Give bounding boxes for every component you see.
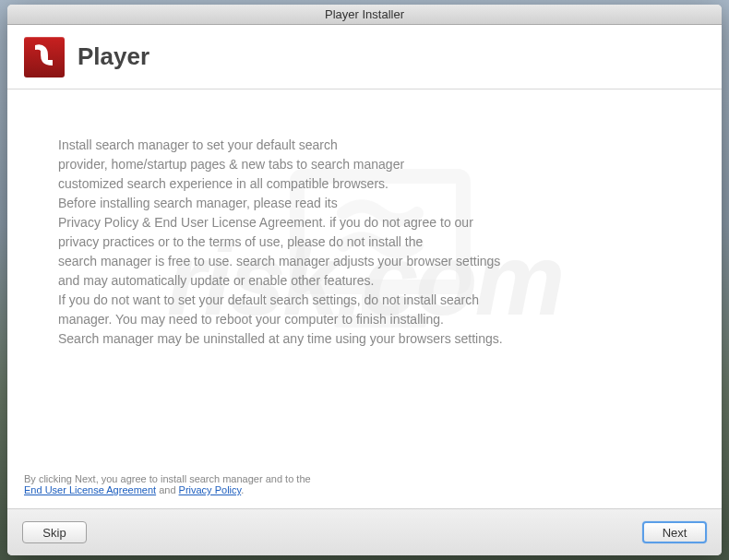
header-title: Player	[78, 42, 149, 71]
content-area: risk.com Install search manager to set y…	[7, 89, 722, 468]
body-line: Search manager may be uninstalled at any…	[58, 329, 671, 349]
eula-link[interactable]: End User License Agreement	[24, 484, 156, 495]
footer-suffix: .	[241, 484, 244, 495]
body-line: provider, home/startup pages & new tabs …	[58, 155, 671, 174]
privacy-policy-link[interactable]: Privacy Policy	[179, 484, 242, 495]
titlebar: Player Installer	[7, 5, 722, 25]
body-line: manager. You may need to reboot your com…	[58, 310, 671, 329]
body-line: If you do not want to set your default s…	[58, 291, 671, 310]
body-line: privacy practices or to the terms of use…	[58, 232, 671, 252]
body-line: Privacy Policy & End User License Agreem…	[58, 213, 671, 232]
footer-prefix: By clicking Next, you agree to install s…	[24, 473, 311, 484]
body-line: customized search experience in all comp…	[58, 174, 671, 194]
skip-button[interactable]: Skip	[22, 521, 87, 543]
body-line: and may automatically update or enable o…	[58, 271, 671, 291]
footer-and: and	[156, 484, 178, 495]
body-line: search manager is free to use. search ma…	[58, 252, 671, 271]
flash-player-icon	[24, 37, 65, 77]
next-button[interactable]: Next	[642, 521, 707, 543]
footer-disclaimer: By clicking Next, you agree to install s…	[7, 468, 722, 509]
body-text: Install search manager to set your defau…	[58, 136, 671, 349]
button-bar: Skip Next	[7, 509, 722, 555]
installer-window: Player Installer Player risk.com Install…	[7, 5, 722, 555]
body-line: Before installing search manager, please…	[58, 194, 671, 213]
window-title: Player Installer	[325, 7, 404, 21]
header: Player	[7, 25, 722, 89]
body-line: Install search manager to set your defau…	[58, 136, 671, 155]
